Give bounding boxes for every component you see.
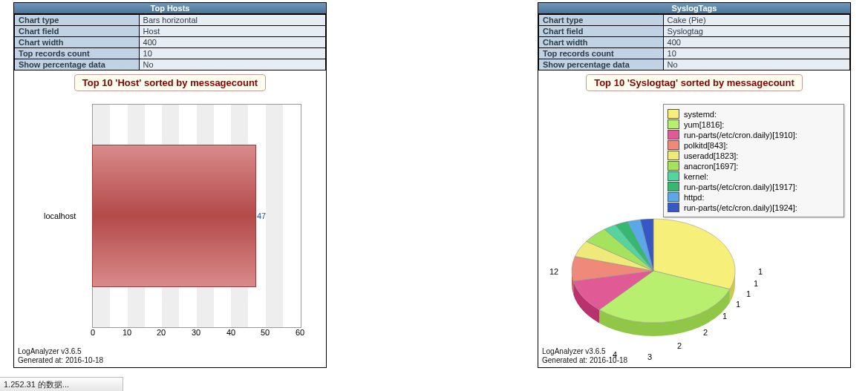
legend-label: polkitd[843]: — [684, 141, 728, 150]
props-table: Chart typeBars horizontal Chart fieldHos… — [14, 14, 326, 70]
prop-label: Top records count — [539, 48, 664, 59]
chart-footer: LogAnalyzer v3.6.5Generated at: 2016-10-… — [542, 347, 627, 365]
x-tick: 10 — [120, 328, 134, 337]
swatch-icon — [668, 151, 679, 160]
prop-value: Cake (Pie) — [663, 15, 849, 26]
prop-value: Syslogtag — [663, 26, 849, 37]
chart-title: Top 10 'Syslogtag' sorted by messagecoun… — [586, 74, 803, 91]
prop-label: Chart width — [15, 37, 140, 48]
prop-label: Chart field — [15, 26, 140, 37]
prop-value: 400 — [139, 37, 325, 48]
x-tick: 0 — [85, 328, 100, 337]
panel-title: SyslogTags — [538, 3, 850, 14]
prop-label: Chart type — [539, 15, 664, 26]
prop-value: No — [139, 59, 325, 70]
props-table: Chart typeCake (Pie) Chart fieldSyslogta… — [538, 14, 850, 70]
prop-label: Top records count — [15, 48, 140, 59]
bar-value-label: 47 — [257, 211, 266, 220]
top-hosts-panel: Top Hosts Chart typeBars horizontal Char… — [13, 2, 327, 368]
prop-value: 400 — [663, 37, 849, 48]
bar-chart-area: Top 10 'Host' sorted by messagecount loc… — [14, 74, 326, 367]
legend-item: polkitd[843]: — [668, 140, 840, 150]
pie-value: 1 — [758, 267, 763, 276]
prop-label: Chart field — [539, 26, 664, 37]
bar-plot: localhost 47 0 10 20 30 40 50 60 — [44, 104, 300, 341]
syslogtags-panel: SyslogTags Chart typeCake (Pie) Chart fi… — [538, 2, 851, 368]
x-tick: 40 — [223, 328, 238, 337]
legend-item: systemd: — [668, 109, 840, 119]
legend-item: yum[1816]: — [668, 119, 840, 129]
prop-value: Host — [139, 26, 325, 37]
legend-label: useradd[1823]: — [684, 151, 738, 160]
pie-value: 1 — [722, 312, 727, 321]
pie-value: 2 — [677, 341, 682, 350]
swatch-icon — [668, 140, 679, 150]
pie-chart-area: Top 10 'Syslogtag' sorted by messagecoun… — [538, 74, 850, 367]
swatch-icon — [668, 130, 679, 139]
legend-item: run-parts(/etc/cron.daily)[1910]: — [668, 130, 840, 139]
swatch-icon — [668, 119, 679, 129]
legend-label: anacron[1697]: — [684, 162, 738, 171]
status-bar: 1.252.31 的数据... — [0, 377, 123, 391]
prop-label: Show percentage data — [539, 59, 664, 70]
legend-item: kernel: — [668, 171, 840, 181]
pie-value: 3 — [647, 352, 652, 361]
prop-value: No — [663, 59, 849, 70]
prop-value: 10 — [139, 48, 325, 59]
chart-footer: LogAnalyzer v3.6.5Generated at: 2016-10-… — [18, 347, 103, 365]
prop-label: Chart type — [15, 15, 140, 26]
legend-label: systemd: — [684, 110, 717, 119]
legend-label: kernel: — [684, 172, 708, 181]
x-tick: 50 — [258, 328, 273, 337]
panel-title: Top Hosts — [14, 3, 326, 14]
x-tick: 20 — [154, 328, 169, 337]
prop-label: Chart width — [539, 37, 664, 48]
pie-plot — [542, 189, 757, 352]
x-tick: 30 — [189, 328, 203, 337]
legend-item: useradd[1823]: — [668, 151, 840, 160]
swatch-icon — [668, 161, 679, 171]
pie-value: 1 — [754, 279, 758, 288]
pie-value: 2 — [703, 328, 708, 337]
legend-label: run-parts(/etc/cron.daily)[1910]: — [684, 131, 797, 139]
bar-category-label: localhost — [44, 211, 76, 220]
pie-value: 12 — [549, 267, 558, 276]
swatch-icon — [668, 109, 679, 119]
prop-value: 10 — [663, 48, 849, 59]
swatch-icon — [668, 171, 679, 181]
bar-localhost — [92, 145, 256, 287]
pie-value: 1 — [746, 289, 751, 298]
x-tick: 60 — [293, 328, 307, 337]
legend-label: yum[1816]: — [684, 120, 724, 129]
legend-item: anacron[1697]: — [668, 161, 840, 171]
prop-value: Bars horizontal — [139, 15, 325, 26]
prop-label: Show percentage data — [15, 59, 140, 70]
chart-title: Top 10 'Host' sorted by messagecount — [74, 74, 266, 91]
pie-value: 1 — [736, 300, 740, 309]
